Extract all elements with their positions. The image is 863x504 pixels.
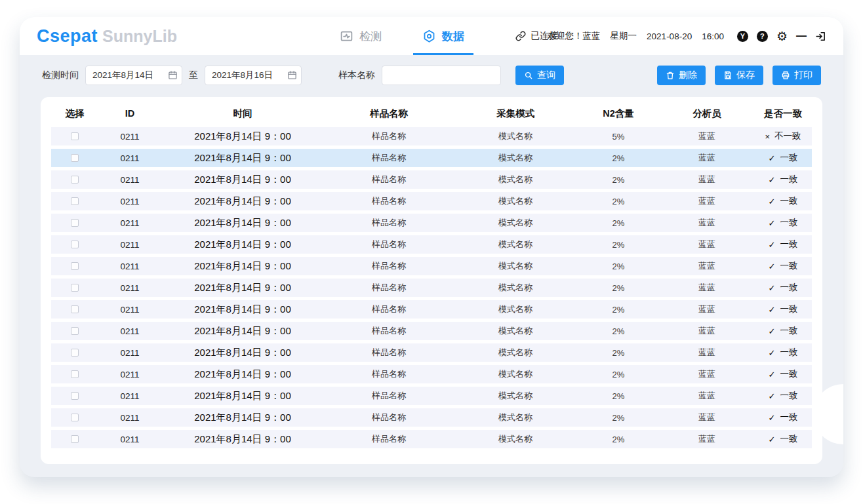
table-row[interactable]: 0211 2021年8月14日 9：00 样品名称 模式名称 2% 蓝蓝 ✓ 一… — [51, 300, 812, 319]
cell-analyst: 蓝蓝 — [660, 217, 754, 229]
cell-mode: 模式名称 — [454, 239, 577, 250]
tab-data-label: 数据 — [442, 29, 464, 44]
row-checkbox[interactable] — [71, 176, 79, 184]
table-row[interactable]: 0211 2021年8月14日 9：00 样品名称 模式名称 2% 蓝蓝 ✓ 一… — [51, 149, 812, 167]
cell-mode: 模式名称 — [454, 325, 577, 337]
print-button[interactable]: 打印 — [773, 66, 821, 85]
connection-status: 已连接 — [515, 17, 558, 55]
tab-data[interactable]: 数据 — [422, 17, 464, 55]
cell-select — [51, 176, 98, 184]
cell-n2: 5% — [577, 132, 660, 142]
cell-consistency: 一致 — [780, 174, 797, 185]
row-checkbox[interactable] — [71, 132, 79, 140]
cell-time: 2021年8月14日 9：00 — [161, 303, 324, 316]
row-checkbox[interactable] — [71, 284, 79, 292]
cell-analyst: 蓝蓝 — [660, 433, 754, 445]
data-table-card: 选择 ID 时间 样品名称 采集模式 N2含量 分析员 是否一致 0211 20… — [41, 97, 822, 464]
table-row[interactable]: 0211 2021年8月14日 9：00 样品名称 模式名称 2% 蓝蓝 ✓ 一… — [51, 387, 812, 405]
table-row[interactable]: 0211 2021年8月14日 9：00 样品名称 模式名称 2% 蓝蓝 ✓ 一… — [51, 170, 812, 189]
cell-sample: 样品名称 — [324, 217, 454, 229]
window-controls: Y ? ⚙ — — [737, 30, 826, 43]
cell-sample: 样品名称 — [324, 303, 454, 315]
row-checkbox[interactable] — [71, 370, 79, 378]
main-nav: 检测 数据 — [340, 17, 464, 55]
cell-time: 2021年8月14日 9：00 — [161, 239, 324, 251]
table-row[interactable]: 0211 2021年8月14日 9：00 样品名称 模式名称 2% 蓝蓝 ✓ 一… — [51, 214, 812, 232]
row-checkbox[interactable] — [71, 219, 79, 227]
cell-sample: 样品名称 — [324, 390, 454, 402]
cell-id: 0211 — [98, 305, 161, 315]
cell-n2: 2% — [577, 391, 660, 401]
table-row[interactable]: 0211 2021年8月14日 9：00 样品名称 模式名称 2% 蓝蓝 ✓ 一… — [51, 322, 812, 340]
row-checkbox[interactable] — [71, 414, 79, 421]
delete-button[interactable]: 删除 — [657, 66, 706, 85]
table-row[interactable]: 0211 2021年8月14日 9：00 样品名称 模式名称 2% 蓝蓝 ✓ 一… — [51, 408, 812, 427]
logout-icon[interactable] — [815, 31, 826, 42]
row-checkbox[interactable] — [71, 349, 79, 357]
cell-time: 2021年8月14日 9：00 — [161, 130, 324, 143]
table-row[interactable]: 0211 2021年8月14日 9：00 样品名称 模式名称 2% 蓝蓝 ✓ 一… — [51, 279, 812, 297]
cell-consistency-wrap: ✓ 一致 — [754, 347, 812, 359]
minimize-icon[interactable]: — — [796, 30, 807, 42]
table-row[interactable]: 0211 2021年8月14日 9：00 样品名称 模式名称 2% 蓝蓝 ✓ 一… — [51, 343, 812, 362]
consistency-icon: ✓ — [769, 176, 776, 184]
date-from-input[interactable] — [85, 66, 182, 85]
cell-sample: 样品名称 — [324, 239, 454, 250]
cell-mode: 模式名称 — [454, 260, 577, 272]
row-checkbox[interactable] — [71, 154, 79, 162]
row-checkbox[interactable] — [71, 241, 79, 248]
row-checkbox[interactable] — [71, 305, 79, 313]
trash-icon — [666, 71, 675, 80]
row-checkbox[interactable] — [71, 327, 79, 335]
print-button-label: 打印 — [794, 69, 813, 81]
header-n2: N2含量 — [577, 107, 660, 120]
table-row[interactable]: 0211 2021年8月14日 9：00 样品名称 模式名称 2% 蓝蓝 ✓ 一… — [51, 257, 812, 275]
cell-mode: 模式名称 — [454, 282, 577, 294]
consistency-icon: ✓ — [769, 219, 776, 227]
consistency-icon: ✓ — [769, 327, 776, 336]
cell-consistency: 一致 — [780, 325, 797, 337]
table-row[interactable]: 0211 2021年8月14日 9：00 样品名称 模式名称 5% 蓝蓝 × 不… — [51, 127, 812, 145]
cell-time: 2021年8月14日 9：00 — [161, 433, 324, 446]
to-label: 至 — [189, 69, 198, 81]
sample-name-input[interactable] — [382, 66, 501, 85]
header-select: 选择 — [51, 107, 98, 120]
consistency-icon: ✓ — [769, 241, 776, 249]
help-icon[interactable]: ? — [757, 31, 768, 42]
delete-button-label: 删除 — [679, 69, 697, 81]
date-text: 2021-08-20 — [647, 31, 692, 41]
cell-n2: 2% — [577, 305, 660, 315]
cell-time: 2021年8月14日 9：00 — [161, 152, 324, 165]
cell-mode: 模式名称 — [454, 130, 577, 142]
cell-sample: 样品名称 — [324, 412, 454, 423]
cell-time: 2021年8月14日 9：00 — [161, 217, 324, 229]
cell-time: 2021年8月14日 9：00 — [161, 368, 324, 381]
header-sample: 样品名称 — [324, 107, 454, 120]
table-row[interactable]: 0211 2021年8月14日 9：00 样品名称 模式名称 2% 蓝蓝 ✓ 一… — [51, 365, 812, 383]
cell-consistency-wrap: × 不一致 — [754, 130, 812, 142]
date-from-field — [85, 66, 182, 85]
cell-consistency: 一致 — [780, 347, 797, 359]
printer-icon — [781, 71, 790, 80]
row-checkbox[interactable] — [71, 262, 79, 270]
cell-time: 2021年8月14日 9：00 — [161, 412, 324, 424]
cell-id: 0211 — [98, 413, 161, 423]
row-checkbox[interactable] — [71, 392, 79, 400]
cell-mode: 模式名称 — [454, 433, 577, 445]
cell-analyst: 蓝蓝 — [660, 174, 754, 185]
date-to-input[interactable] — [205, 66, 302, 85]
table-row[interactable]: 0211 2021年8月14日 9：00 样品名称 模式名称 2% 蓝蓝 ✓ 一… — [51, 192, 812, 210]
row-checkbox[interactable] — [71, 435, 79, 443]
table-row[interactable]: 0211 2021年8月14日 9：00 样品名称 模式名称 2% 蓝蓝 ✓ 一… — [51, 235, 812, 254]
cell-id: 0211 — [98, 240, 161, 250]
detect-time-label: 检测时间 — [42, 69, 79, 81]
tab-detection[interactable]: 检测 — [340, 17, 382, 55]
table-row[interactable]: 0211 2021年8月14日 9：00 样品名称 模式名称 2% 蓝蓝 ✓ 一… — [51, 430, 812, 448]
cell-consistency: 一致 — [780, 217, 797, 229]
row-checkbox[interactable] — [71, 197, 79, 205]
cell-analyst: 蓝蓝 — [660, 303, 754, 315]
query-button[interactable]: 查询 — [515, 66, 564, 85]
settings-gear-icon[interactable]: ⚙ — [776, 30, 788, 43]
save-button[interactable]: 保存 — [715, 66, 763, 85]
brand-badge-icon[interactable]: Y — [737, 31, 748, 42]
